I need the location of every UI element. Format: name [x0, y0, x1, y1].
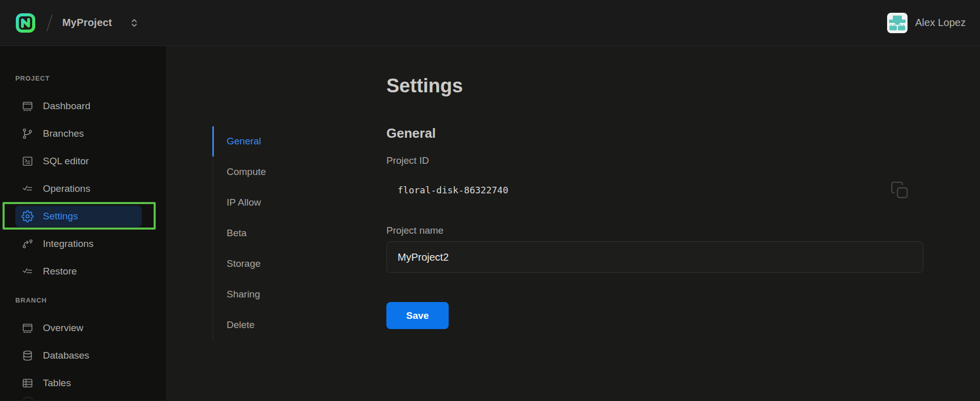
settings-panel: Settings General Project ID floral-disk-…	[386, 74, 923, 329]
terminal-icon	[21, 155, 34, 167]
sidebar-item-label: Branches	[43, 128, 84, 139]
sidebar-section-project: PROJECT	[15, 74, 166, 82]
project-id-value: floral-disk-86322740	[386, 181, 923, 200]
git-branch-icon	[21, 128, 34, 140]
user-menu[interactable]: Alex Lopez	[887, 13, 966, 33]
settings-nav-item-delete[interactable]: Delete	[213, 310, 295, 340]
gear-icon	[21, 210, 34, 222]
sidebar-item-label: Overview	[43, 322, 83, 334]
sidebar-item-branches[interactable]: Branches	[15, 123, 142, 144]
sidebar-item-settings[interactable]: Settings	[15, 206, 142, 227]
active-indicator-bar	[212, 126, 214, 157]
settings-nav-label: General	[227, 136, 261, 147]
sidebar-item-label: Integrations	[43, 238, 93, 249]
partial-hidden-item-icon	[22, 397, 34, 400]
sidebar-section-branch: BRANCH	[15, 296, 166, 304]
sidebar-item-integrations[interactable]: Integrations	[15, 233, 142, 255]
sidebar-item-label: SQL editor	[43, 156, 89, 167]
window-icon	[21, 322, 34, 334]
sidebar-item-label: Dashboard	[43, 101, 90, 112]
settings-nav-item-compute[interactable]: Compute	[213, 157, 295, 187]
workflow-icon	[21, 238, 34, 250]
main-content: General Compute IP Allow Beta Storage Sh…	[167, 46, 980, 400]
settings-subnav: General Compute IP Allow Beta Storage Sh…	[213, 126, 295, 340]
settings-nav-label: Storage	[227, 258, 261, 269]
sidebar-item-overview[interactable]: Overview	[15, 317, 142, 339]
user-name: Alex Lopez	[915, 17, 966, 29]
sidebar-item-dashboard[interactable]: Dashboard	[15, 95, 142, 117]
project-selector[interactable]: MyProject	[62, 17, 138, 29]
sidebar-item-label: Settings	[43, 211, 78, 222]
chevron-up-down-icon	[130, 18, 138, 28]
sidebar: PROJECT Dashboard Branches	[0, 46, 167, 400]
copy-button[interactable]	[890, 181, 910, 200]
top-header: MyProject	[0, 0, 980, 46]
sidebar-item-databases[interactable]: Databases	[15, 345, 142, 366]
neon-logo[interactable]	[15, 13, 36, 33]
settings-nav-label: Beta	[227, 228, 247, 239]
sidebar-item-operations[interactable]: Operations	[15, 178, 142, 199]
settings-nav-label: Sharing	[227, 289, 260, 300]
copy-icon	[890, 181, 910, 200]
sidebar-item-label: Restore	[43, 266, 77, 277]
window-icon	[21, 100, 34, 112]
settings-nav-label: IP Allow	[227, 197, 261, 208]
project-name-label: Project name	[386, 225, 923, 236]
page-title: Settings	[386, 74, 923, 98]
sidebar-item-label: Operations	[43, 183, 90, 194]
settings-nav-label: Delete	[227, 319, 255, 331]
sidebar-item-tables[interactable]: Tables	[15, 372, 142, 394]
settings-nav-item-ip-allow[interactable]: IP Allow	[213, 187, 295, 218]
settings-nav-item-beta[interactable]: Beta	[213, 218, 295, 248]
section-title-general: General	[386, 126, 923, 141]
sidebar-item-label: Tables	[43, 378, 71, 389]
breadcrumb-project-name: MyProject	[62, 17, 112, 29]
table-icon	[21, 377, 34, 389]
project-name-input[interactable]	[386, 241, 923, 273]
settings-nav-label: Compute	[227, 166, 266, 178]
save-button[interactable]: Save	[386, 302, 449, 329]
checklist-icon	[21, 265, 34, 278]
project-id-row: floral-disk-86322740	[386, 181, 923, 200]
settings-nav-item-sharing[interactable]: Sharing	[213, 279, 295, 310]
sidebar-item-restore[interactable]: Restore	[15, 261, 142, 282]
settings-nav-item-general[interactable]: General	[213, 126, 295, 157]
sidebar-item-label: Databases	[43, 350, 89, 361]
sidebar-item-sql-editor[interactable]: SQL editor	[15, 151, 142, 172]
avatar	[887, 13, 908, 33]
checklist-icon	[21, 183, 34, 195]
database-icon	[21, 349, 34, 362]
settings-nav-item-storage[interactable]: Storage	[213, 248, 295, 279]
project-id-label: Project ID	[386, 155, 923, 166]
breadcrumb-slash	[46, 13, 53, 33]
